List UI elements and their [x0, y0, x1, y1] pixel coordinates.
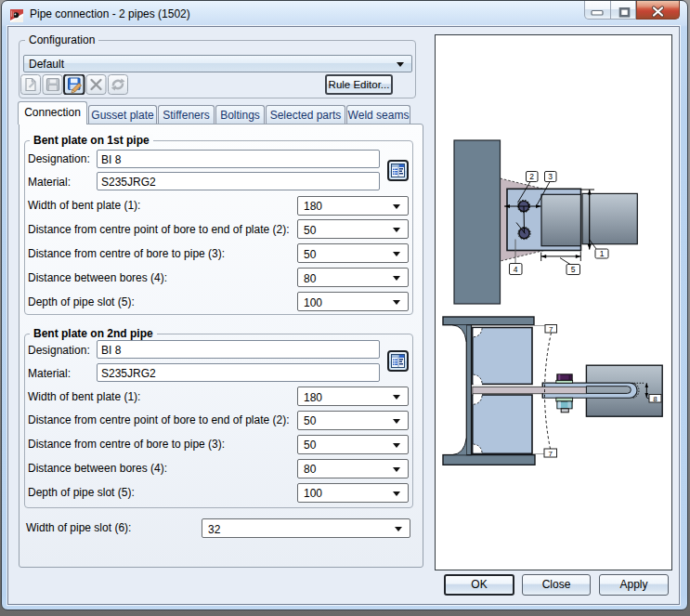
svg-text:2: 2 [529, 172, 534, 181]
svg-text:7: 7 [549, 325, 553, 334]
svg-text:5: 5 [571, 265, 576, 274]
svg-text:4: 4 [514, 265, 518, 274]
svg-text:3: 3 [548, 172, 553, 181]
svg-text:1: 1 [600, 249, 605, 258]
svg-text:8: 8 [653, 395, 657, 403]
svg-text:7: 7 [548, 450, 553, 458]
